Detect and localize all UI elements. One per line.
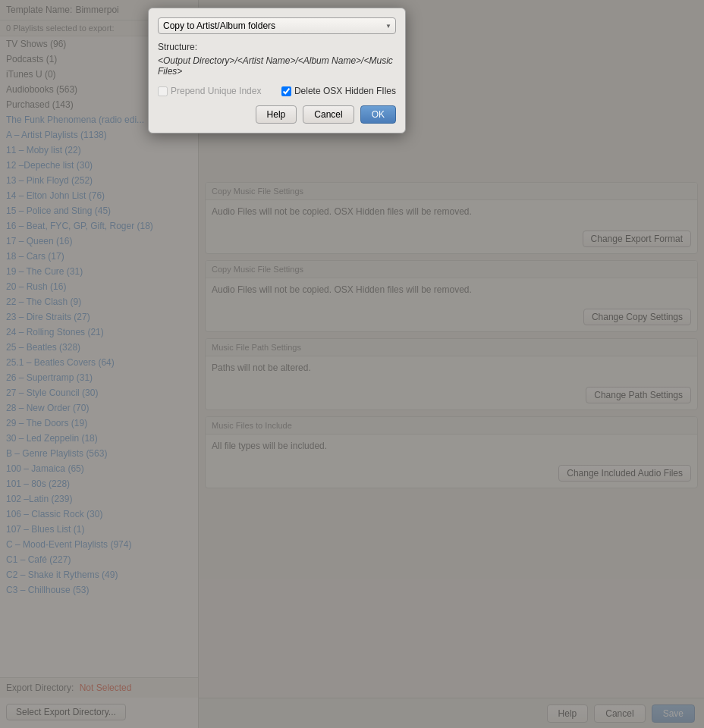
delete-label-text: Delete OSX Hidden FIles bbox=[294, 86, 396, 96]
modal-help-button[interactable]: Help bbox=[256, 105, 297, 124]
modal-dialog: Copy to Artist/Album foldersCopy to flat… bbox=[148, 8, 406, 133]
modal-dropdown-row: Copy to Artist/Album foldersCopy to flat… bbox=[158, 17, 396, 34]
structure-value: <Output Directory>/<Artist Name>/<Album … bbox=[158, 55, 396, 77]
delete-checkbox[interactable] bbox=[281, 86, 291, 96]
prepend-label-text: Prepend Unique Index bbox=[171, 86, 261, 96]
modal-options-row: Prepend Unique Index Delete OSX Hidden F… bbox=[158, 86, 396, 96]
copy-mode-select[interactable]: Copy to Artist/Album foldersCopy to flat… bbox=[158, 17, 396, 34]
delete-checkbox-label[interactable]: Delete OSX Hidden FIles bbox=[281, 86, 396, 96]
dropdown-wrapper: Copy to Artist/Album foldersCopy to flat… bbox=[158, 17, 396, 34]
structure-label: Structure: bbox=[158, 42, 396, 52]
modal-ok-button[interactable]: OK bbox=[360, 105, 396, 124]
modal-buttons: Help Cancel OK bbox=[158, 105, 396, 124]
prepend-checkbox-label[interactable]: Prepend Unique Index bbox=[158, 86, 261, 96]
modal-cancel-button[interactable]: Cancel bbox=[303, 105, 354, 124]
prepend-checkbox[interactable] bbox=[158, 86, 168, 96]
